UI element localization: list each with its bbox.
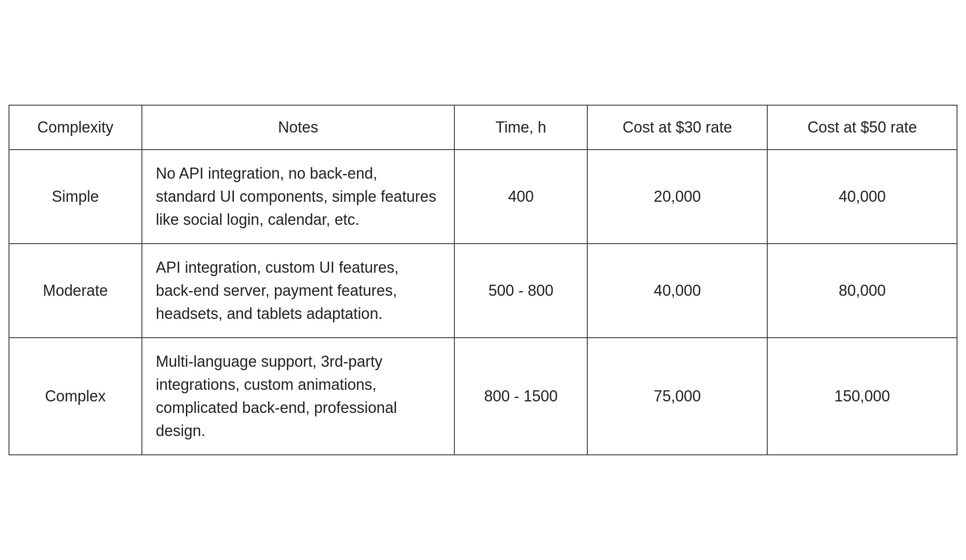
- cell-cost30: 20,000: [587, 150, 767, 244]
- cell-complexity: Complex: [9, 338, 142, 455]
- header-complexity: Complexity: [9, 105, 142, 150]
- cell-time: 500 - 800: [454, 244, 587, 338]
- cell-notes: No API integration, no back-end, standar…: [142, 150, 455, 244]
- cell-complexity: Simple: [9, 150, 142, 244]
- cell-complexity: Moderate: [9, 244, 142, 338]
- table-row: ModerateAPI integration, custom UI featu…: [9, 244, 957, 338]
- cell-time: 800 - 1500: [454, 338, 587, 455]
- pricing-table: Complexity Notes Time, h Cost at $30 rat…: [9, 105, 957, 456]
- table-row: SimpleNo API integration, no back-end, s…: [9, 150, 957, 244]
- pricing-table-wrapper: Complexity Notes Time, h Cost at $30 rat…: [9, 105, 957, 456]
- cell-time: 400: [454, 150, 587, 244]
- table-header-row: Complexity Notes Time, h Cost at $30 rat…: [9, 105, 957, 150]
- header-cost30: Cost at $30 rate: [587, 105, 767, 150]
- cell-cost50: 80,000: [767, 244, 957, 338]
- cell-notes: API integration, custom UI features, bac…: [142, 244, 455, 338]
- header-cost50: Cost at $50 rate: [767, 105, 957, 150]
- cell-cost30: 75,000: [587, 338, 767, 455]
- cell-cost50: 150,000: [767, 338, 957, 455]
- header-notes: Notes: [142, 105, 455, 150]
- header-time: Time, h: [454, 105, 587, 150]
- cell-notes: Multi-language support, 3rd-party integr…: [142, 338, 455, 455]
- cell-cost50: 40,000: [767, 150, 957, 244]
- table-row: ComplexMulti-language support, 3rd-party…: [9, 338, 957, 455]
- cell-cost30: 40,000: [587, 244, 767, 338]
